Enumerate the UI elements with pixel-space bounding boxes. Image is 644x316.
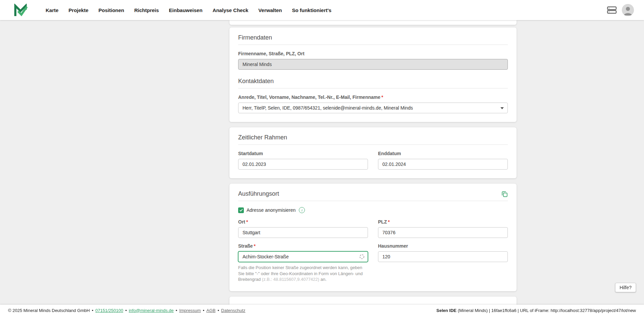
required-asterisk: * <box>254 243 256 249</box>
plz-label: PLZ* <box>378 219 508 225</box>
separator: • <box>125 308 127 313</box>
strasse-label-text: Straße <box>238 243 253 249</box>
ort-input[interactable] <box>238 227 368 238</box>
server-icon[interactable] <box>607 6 616 14</box>
app-info: (Mineral Minds) | 16fae1ffc6a6 | URL of … <box>457 308 636 313</box>
footer-phone-link[interactable]: 07151/250100 <box>95 308 123 313</box>
separator: • <box>203 308 205 313</box>
app-name: Selen IDE <box>436 308 457 313</box>
footer-agb-link[interactable]: AGB <box>206 308 215 313</box>
previous-card-partial <box>229 20 517 25</box>
nav-item-positionen[interactable]: Positionen <box>99 7 124 13</box>
info-icon[interactable]: i <box>299 207 305 213</box>
divider <box>238 88 508 88</box>
section-title-kontaktdaten: Kontaktdaten <box>238 78 508 85</box>
footer-datenschutz-link[interactable]: Datenschutz <box>221 308 245 313</box>
divider <box>238 144 508 145</box>
navbar-right <box>607 4 634 16</box>
enddatum-input[interactable] <box>378 159 508 170</box>
footer-debug-info: Selen IDE (Mineral Minds) | 16fae1ffc6a6… <box>436 308 636 313</box>
check-icon <box>239 208 243 212</box>
strasse-input[interactable] <box>238 251 368 262</box>
plz-input[interactable] <box>378 227 508 238</box>
section-title-zeitlicher-rahmen: Zeitlicher Rahmen <box>238 134 508 141</box>
street-hint: Falls die Position keiner Straße zugeord… <box>238 265 368 282</box>
person-icon <box>622 4 634 16</box>
nav-item-einbauweisen[interactable]: Einbauweisen <box>169 7 203 13</box>
divider <box>238 201 508 201</box>
strasse-field: Straße* Falls die Position keiner Straße… <box>238 243 368 282</box>
startdatum-label: Startdatum <box>238 151 368 156</box>
hausnummer-label: Hausnummer <box>378 243 508 249</box>
form-column: Firmendaten Firmenname, Straße, PLZ, Ort… <box>229 20 517 311</box>
copyright-text: © 2025 Mineral Minds Deutschland GmbH <box>8 308 90 313</box>
brand-logo-icon[interactable] <box>14 4 28 16</box>
nav-item-so-funktionierts[interactable]: So funktioniert's <box>292 7 331 13</box>
company-data-card: Firmendaten Firmenname, Straße, PLZ, Ort… <box>229 27 517 122</box>
anonymize-label[interactable]: Adresse anonymisieren <box>247 207 296 213</box>
user-avatar[interactable] <box>622 4 634 16</box>
help-button[interactable]: Hilfe? <box>615 283 636 292</box>
nav-item-richtpreis[interactable]: Richtpreis <box>134 7 159 13</box>
loading-spinner-icon <box>359 254 365 259</box>
chevron-down-icon <box>500 107 504 109</box>
contact-label-text: Anrede, Titel, Vorname, Nachname, Tel.-N… <box>238 94 380 100</box>
company-name-label-text: Firmenname, Straße, PLZ, Ort <box>238 51 305 56</box>
top-navbar: Karte Projekte Positionen Richtpreis Ein… <box>0 0 644 20</box>
main-nav: Karte Projekte Positionen Richtpreis Ein… <box>46 7 331 13</box>
separator: • <box>176 308 177 313</box>
footer-info: © 2025 Mineral Minds Deutschland GmbH • … <box>8 308 246 313</box>
copy-icon[interactable] <box>501 191 508 197</box>
hausnummer-field: Hausnummer <box>378 243 508 282</box>
contact-select-value: Herr, TitelP, Selen, IDE, 0987/654321, s… <box>243 105 413 111</box>
nav-item-verwalten[interactable]: Verwalten <box>258 7 282 13</box>
anonymize-row: Adresse anonymisieren i <box>238 207 508 213</box>
required-asterisk: * <box>246 219 248 225</box>
contact-select[interactable]: Herr, TitelP, Selen, IDE, 0987/654321, s… <box>238 103 508 113</box>
company-name-input <box>238 59 508 70</box>
strasse-label: Straße* <box>238 243 368 249</box>
section-title-ausfuehrungsort: Ausführungsort <box>238 190 279 197</box>
divider <box>238 45 508 45</box>
company-name-label: Firmenname, Straße, PLZ, Ort <box>238 51 508 56</box>
nav-item-karte[interactable]: Karte <box>46 7 58 13</box>
nav-item-analyse-check[interactable]: Analyse Check <box>213 7 249 13</box>
startdatum-input[interactable] <box>238 159 368 170</box>
required-asterisk: * <box>388 219 389 225</box>
contact-label: Anrede, Titel, Vorname, Nachname, Tel.-N… <box>238 94 508 100</box>
separator: • <box>92 308 94 313</box>
street-hint-suffix: an. <box>319 277 327 282</box>
enddatum-label: Enddatum <box>378 151 508 156</box>
execution-location-card: Ausführungsort Adresse anonymisieren i <box>229 184 517 291</box>
footer-impressum-link[interactable]: Impressum <box>179 308 201 313</box>
required-asterisk: * <box>381 94 383 100</box>
plz-field: PLZ* <box>378 219 508 238</box>
nav-item-projekte[interactable]: Projekte <box>68 7 88 13</box>
hausnummer-input[interactable] <box>378 251 508 262</box>
plz-label-text: PLZ <box>378 219 387 225</box>
page-content: Firmendaten Firmenname, Straße, PLZ, Ort… <box>0 20 644 316</box>
separator: • <box>218 308 219 313</box>
enddatum-field: Enddatum <box>378 151 508 170</box>
ort-label: Ort* <box>238 219 368 225</box>
section-title-firmendaten: Firmendaten <box>238 34 508 41</box>
ort-field: Ort* <box>238 219 368 238</box>
footer: © 2025 Mineral Minds Deutschland GmbH • … <box>0 305 644 316</box>
time-frame-card: Zeitlicher Rahmen Startdatum Enddatum <box>229 127 517 178</box>
footer-email-link[interactable]: info@mineral-minds.de <box>129 308 174 313</box>
street-hint-example: (z.B.: 48.8115607,9.4077422) <box>262 277 319 282</box>
ort-label-text: Ort <box>238 219 245 225</box>
anonymize-checkbox[interactable] <box>238 207 244 213</box>
startdatum-field: Startdatum <box>238 151 368 170</box>
